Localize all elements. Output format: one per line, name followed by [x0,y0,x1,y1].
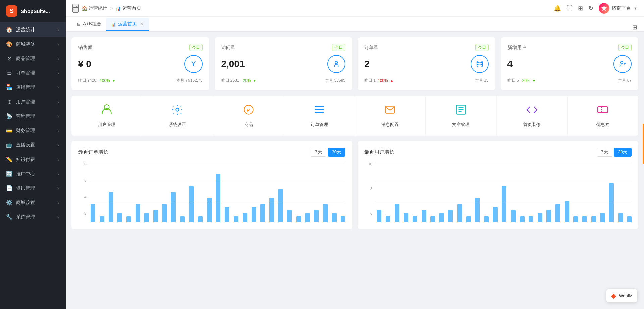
sidebar-item-label: 商城装修 [16,41,35,47]
tab-ops-icon: 📊 [111,22,116,27]
chevron-down-icon: ∨ [57,56,60,61]
sidebar-collapse-button[interactable]: ⇌ [72,4,79,13]
quicklink-articles[interactable]: 文章管理 [426,96,496,136]
sidebar-item-scsz[interactable]: ⚙️ 商城设置 ∨ [0,195,66,210]
sidebar-item-label: 财务管理 [16,128,35,134]
user-chart-yaxis: 10 8 6 [364,162,374,215]
sidebar-item-yhgl[interactable]: ⊚ 用户管理 ∨ [0,95,66,109]
stat-change-orders: 100% [378,78,388,83]
charts-row: 最近订单增长 7天 30天 6 5 4 3 [71,141,639,229]
finance-icon: 💳 [6,127,13,134]
chart-bar [555,204,560,222]
sidebar-item-ddgl[interactable]: ☰ 订单管理 ∨ [0,66,66,80]
sidebar-item-label: 运营统计 [16,27,35,33]
chart-bar [511,210,516,222]
tab-ab-label: A+B组合 [83,21,101,27]
tab-ab-combo[interactable]: ⊞ A+B组合 [72,18,106,31]
sidebar-item-zbsz[interactable]: 📺 直播设置 ∨ [0,138,66,152]
quicklink-system-settings[interactable]: 系统设置 [142,96,213,136]
stat-month-newusers: 本月 87 [618,78,632,83]
chart-bar [323,204,328,222]
chart-bar [287,210,292,222]
chart-bar [278,189,283,222]
stat-title-sales: 销售额 [78,45,92,51]
sidebar-item-sczx[interactable]: 🎨 商城装修 ∨ [0,37,66,51]
chart-bar [216,174,220,222]
sidebar-item-zssf[interactable]: ✏️ 知识付费 ∨ [0,152,66,167]
user-chart-grid [375,162,632,222]
chevron-down-icon: ∨ [57,71,60,75]
sidebar-item-cwgl[interactable]: 💳 财务管理 ∨ [0,123,66,138]
header-left: ⇌ 🏠 运营统计 > 📊 运营首页 [72,4,141,13]
chart-bar [502,186,506,222]
quicklink-home-decoration[interactable]: 首页装修 [497,96,568,136]
refresh-button[interactable]: ↻ [588,5,593,12]
paint-icon: 🎨 [6,41,13,47]
tabbar: ⊞ A+B组合 📊 运营首页 ✕ ⊞ [66,17,644,32]
user-chart-toggle: 7天 30天 [597,148,632,157]
layout-button[interactable]: ⊞ [578,5,583,12]
sidebar-item-zxgl[interactable]: 📄 资讯管理 ∨ [0,181,66,195]
stat-arrow-newusers: ▼ [532,79,536,83]
sidebar-item-tgzx[interactable]: 🔄 推广中心 ∨ [0,167,66,181]
sidebar-item-dpgl[interactable]: 🏪 店铺管理 ∨ [0,80,66,95]
sidebar-item-yxgl[interactable]: 📡 营销管理 ∨ [0,109,66,123]
chart-bar [260,204,265,222]
chart-bar [225,207,229,222]
webim-label: WebIM [619,293,633,298]
stat-value-visits: 2,001 [221,59,245,69]
order-chart-toggle: 7天 30天 [311,148,345,157]
chart-bar [144,213,149,222]
tab-close-button[interactable]: ✕ [139,22,144,26]
user-chart-7d-button[interactable]: 7天 [597,148,612,157]
quicklink-article-label: 文章管理 [452,122,470,128]
stat-month-orders: 本月 15 [475,78,489,83]
quicklink-coupon-icon [597,104,609,118]
notification-button[interactable]: 🔔 [554,5,561,12]
chevron-down-icon: ∨ [57,215,60,219]
scroll-indicator [643,124,644,164]
stat-badge-sales: 今日 [189,44,203,51]
promo-icon: 🔄 [6,171,13,177]
quicklink-product-icon: P [243,104,255,118]
quicklink-user-mgmt[interactable]: 用户管理 [71,96,142,136]
user-chart-30d-button[interactable]: 30天 [614,148,632,157]
svg-rect-18 [598,107,608,113]
stat-month-sales: 本月 ¥9162.75 [176,78,202,83]
live-icon: 📺 [6,142,13,148]
order-chart-30d-button[interactable]: 30天 [328,148,345,157]
sidebar-item-yytj[interactable]: 🏠 运营统计 ∨ [0,22,66,37]
sidebar-item-label: 营销管理 [16,113,35,119]
breadcrumb-label-home: 运营首页 [122,5,141,11]
chart-bar [305,213,310,222]
breadcrumb-separator: > [110,6,113,11]
chevron-down-icon: ∨ [57,128,60,133]
tab-operations-home[interactable]: 📊 运营首页 ✕ [106,18,149,31]
quicklink-orders-label: 订单管理 [311,122,328,128]
sidebar-item-xtgl[interactable]: 🔧 系统管理 ∨ [0,210,66,224]
marketing-icon: 📡 [6,113,13,119]
chart-bar [600,213,605,222]
stat-arrow-sales: ▼ [112,79,116,83]
quicklink-products[interactable]: P 商品 [213,96,284,136]
chart-bar [529,216,533,222]
grid-view-icon[interactable]: ⊞ [632,24,637,31]
quicklink-user-icon [101,104,113,118]
stat-icon-newusers [613,55,632,73]
webim-badge[interactable]: ◆ WebIM [606,289,637,302]
chart-bar [457,204,462,222]
svg-text:P: P [246,107,250,113]
fullscreen-button[interactable]: ⛶ [567,5,573,12]
chart-bar [484,216,489,222]
stat-title-orders: 订单量 [364,45,378,51]
stat-arrow-visits: ▼ [253,79,257,83]
avatar [599,3,609,14]
quicklink-msg-config[interactable]: 消息配置 [355,96,426,136]
sidebar-item-spgl[interactable]: ⊙ 商品管理 ∨ [0,51,66,66]
quicklink-orders[interactable]: 订单管理 [284,96,355,136]
chart-bar [269,198,274,222]
user-menu[interactable]: 随商平台 ▼ [599,3,637,14]
quicklink-coupons[interactable]: 优惠券 [568,96,638,136]
chart-bar [413,216,417,222]
order-chart-7d-button[interactable]: 7天 [311,148,326,157]
